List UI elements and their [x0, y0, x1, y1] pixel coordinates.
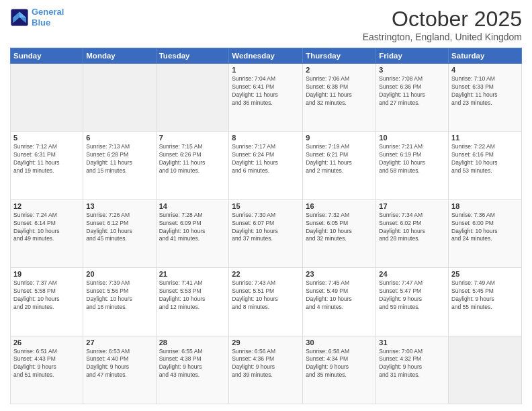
calendar-cell: 1Sunrise: 7:04 AM Sunset: 6:41 PM Daylig…: [229, 64, 303, 132]
calendar-cell: 23Sunrise: 7:45 AM Sunset: 5:49 PM Dayli…: [303, 268, 376, 336]
day-info: Sunrise: 7:41 AM Sunset: 5:53 PM Dayligh…: [159, 279, 226, 312]
logo-blue: Blue: [32, 17, 50, 28]
calendar-week-1: 5Sunrise: 7:12 AM Sunset: 6:31 PM Daylig…: [11, 132, 522, 199]
calendar-cell: 21Sunrise: 7:41 AM Sunset: 5:53 PM Dayli…: [156, 268, 229, 336]
day-number: 4: [451, 66, 519, 74]
calendar-table: SundayMondayTuesdayWednesdayThursdayFrid…: [10, 48, 522, 404]
day-number: 10: [379, 134, 445, 142]
day-number: 3: [379, 66, 445, 74]
day-info: Sunrise: 7:13 AM Sunset: 6:28 PM Dayligh…: [86, 143, 152, 175]
day-info: Sunrise: 7:08 AM Sunset: 6:36 PM Dayligh…: [379, 75, 445, 107]
day-number: 26: [13, 338, 80, 347]
day-info: Sunrise: 6:51 AM Sunset: 4:43 PM Dayligh…: [13, 348, 80, 380]
day-info: Sunrise: 7:00 AM Sunset: 4:32 PM Dayligh…: [379, 348, 445, 380]
day-info: Sunrise: 7:22 AM Sunset: 6:16 PM Dayligh…: [451, 143, 519, 175]
day-number: 25: [451, 270, 519, 278]
calendar-cell: [156, 64, 229, 132]
calendar-week-2: 12Sunrise: 7:24 AM Sunset: 6:14 PM Dayli…: [11, 199, 522, 267]
day-number: 15: [232, 202, 300, 210]
day-number: 6: [86, 134, 152, 142]
day-number: 27: [86, 338, 152, 347]
day-info: Sunrise: 7:10 AM Sunset: 6:33 PM Dayligh…: [451, 75, 519, 107]
calendar-cell: 14Sunrise: 7:28 AM Sunset: 6:09 PM Dayli…: [156, 199, 229, 267]
day-header-monday: Monday: [83, 48, 156, 64]
calendar-cell: [83, 64, 156, 132]
calendar-cell: 3Sunrise: 7:08 AM Sunset: 6:36 PM Daylig…: [376, 64, 449, 132]
day-number: 30: [306, 338, 373, 347]
day-number: 16: [306, 202, 373, 210]
calendar-cell: 18Sunrise: 7:36 AM Sunset: 6:00 PM Dayli…: [449, 199, 522, 267]
day-number: 11: [451, 134, 519, 142]
calendar-cell: 7Sunrise: 7:15 AM Sunset: 6:26 PM Daylig…: [156, 132, 229, 199]
day-info: Sunrise: 7:26 AM Sunset: 6:12 PM Dayligh…: [86, 212, 152, 244]
calendar-cell: 24Sunrise: 7:47 AM Sunset: 5:47 PM Dayli…: [376, 268, 449, 336]
calendar-cell: 26Sunrise: 6:51 AM Sunset: 4:43 PM Dayli…: [11, 336, 83, 404]
calendar-cell: 17Sunrise: 7:34 AM Sunset: 6:02 PM Dayli…: [376, 199, 449, 267]
day-info: Sunrise: 7:37 AM Sunset: 5:58 PM Dayligh…: [13, 279, 80, 312]
day-number: 20: [86, 270, 152, 278]
page: General Blue October 2025 Eastrington, E…: [0, 0, 532, 411]
day-number: 24: [379, 270, 445, 278]
calendar-cell: 10Sunrise: 7:21 AM Sunset: 6:19 PM Dayli…: [376, 132, 449, 199]
day-info: Sunrise: 7:32 AM Sunset: 6:05 PM Dayligh…: [306, 212, 373, 244]
calendar-cell: 31Sunrise: 7:00 AM Sunset: 4:32 PM Dayli…: [376, 336, 449, 404]
day-info: Sunrise: 6:55 AM Sunset: 4:38 PM Dayligh…: [159, 348, 226, 380]
calendar-cell: 30Sunrise: 6:58 AM Sunset: 4:34 PM Dayli…: [303, 336, 376, 404]
day-number: 28: [159, 338, 226, 347]
day-number: 31: [379, 338, 445, 347]
day-number: 22: [232, 270, 300, 278]
day-info: Sunrise: 7:12 AM Sunset: 6:31 PM Dayligh…: [13, 143, 80, 175]
title-section: October 2025 Eastrington, England, Unite…: [363, 7, 522, 42]
header: General Blue October 2025 Eastrington, E…: [10, 7, 522, 42]
day-number: 8: [232, 134, 300, 142]
month-title: October 2025: [363, 7, 522, 32]
calendar-cell: 12Sunrise: 7:24 AM Sunset: 6:14 PM Dayli…: [11, 199, 83, 267]
calendar-header: SundayMondayTuesdayWednesdayThursdayFrid…: [11, 48, 522, 64]
day-info: Sunrise: 7:28 AM Sunset: 6:09 PM Dayligh…: [159, 212, 226, 244]
calendar-week-3: 19Sunrise: 7:37 AM Sunset: 5:58 PM Dayli…: [11, 268, 522, 336]
day-number: 13: [86, 202, 152, 210]
calendar-cell: 29Sunrise: 6:56 AM Sunset: 4:36 PM Dayli…: [229, 336, 303, 404]
day-info: Sunrise: 7:39 AM Sunset: 5:56 PM Dayligh…: [86, 279, 152, 312]
day-info: Sunrise: 7:47 AM Sunset: 5:47 PM Dayligh…: [379, 279, 445, 312]
day-number: 17: [379, 202, 445, 210]
day-number: 19: [13, 270, 80, 278]
day-info: Sunrise: 7:19 AM Sunset: 6:21 PM Dayligh…: [306, 143, 373, 175]
logo-text: General Blue: [32, 7, 64, 28]
logo: General Blue: [10, 7, 64, 28]
calendar-week-4: 26Sunrise: 6:51 AM Sunset: 4:43 PM Dayli…: [11, 336, 522, 404]
calendar-cell: [11, 64, 83, 132]
day-info: Sunrise: 7:49 AM Sunset: 5:45 PM Dayligh…: [451, 279, 519, 312]
calendar-cell: 11Sunrise: 7:22 AM Sunset: 6:16 PM Dayli…: [449, 132, 522, 199]
day-info: Sunrise: 6:56 AM Sunset: 4:36 PM Dayligh…: [232, 348, 300, 380]
calendar-cell: 28Sunrise: 6:55 AM Sunset: 4:38 PM Dayli…: [156, 336, 229, 404]
calendar-cell: [449, 336, 522, 404]
calendar-cell: 22Sunrise: 7:43 AM Sunset: 5:51 PM Dayli…: [229, 268, 303, 336]
day-info: Sunrise: 7:24 AM Sunset: 6:14 PM Dayligh…: [13, 212, 80, 244]
day-info: Sunrise: 7:34 AM Sunset: 6:02 PM Dayligh…: [379, 212, 445, 244]
logo-general: General: [32, 7, 64, 17]
calendar-cell: 2Sunrise: 7:06 AM Sunset: 6:38 PM Daylig…: [303, 64, 376, 132]
day-number: 7: [159, 134, 226, 142]
day-info: Sunrise: 7:15 AM Sunset: 6:26 PM Dayligh…: [159, 143, 226, 175]
day-number: 9: [306, 134, 373, 142]
calendar-cell: 4Sunrise: 7:10 AM Sunset: 6:33 PM Daylig…: [449, 64, 522, 132]
day-info: Sunrise: 6:53 AM Sunset: 4:40 PM Dayligh…: [86, 348, 152, 380]
day-number: 23: [306, 270, 373, 278]
day-number: 14: [159, 202, 226, 210]
day-info: Sunrise: 7:43 AM Sunset: 5:51 PM Dayligh…: [232, 279, 300, 312]
day-number: 12: [13, 202, 80, 210]
calendar-cell: 16Sunrise: 7:32 AM Sunset: 6:05 PM Dayli…: [303, 199, 376, 267]
day-info: Sunrise: 7:36 AM Sunset: 6:00 PM Dayligh…: [451, 212, 519, 244]
day-number: 2: [306, 66, 373, 74]
day-number: 29: [232, 338, 300, 347]
day-info: Sunrise: 7:21 AM Sunset: 6:19 PM Dayligh…: [379, 143, 445, 175]
day-number: 1: [232, 66, 300, 74]
calendar-cell: 19Sunrise: 7:37 AM Sunset: 5:58 PM Dayli…: [11, 268, 83, 336]
day-number: 5: [13, 134, 80, 142]
calendar-cell: 5Sunrise: 7:12 AM Sunset: 6:31 PM Daylig…: [11, 132, 83, 199]
day-info: Sunrise: 7:30 AM Sunset: 6:07 PM Dayligh…: [232, 212, 300, 244]
day-header-friday: Friday: [376, 48, 449, 64]
day-info: Sunrise: 7:06 AM Sunset: 6:38 PM Dayligh…: [306, 75, 373, 107]
calendar-cell: 27Sunrise: 6:53 AM Sunset: 4:40 PM Dayli…: [83, 336, 156, 404]
